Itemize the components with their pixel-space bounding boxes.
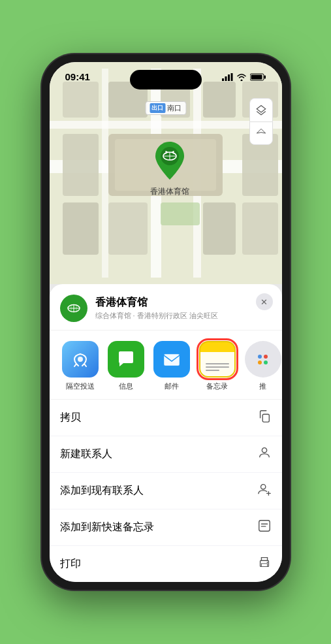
note-line-2 [206, 366, 229, 368]
svg-rect-9 [50, 121, 282, 129]
share-notes[interactable]: 备忘录 [195, 341, 240, 391]
signal-icon [222, 73, 233, 81]
venue-info: 香港体育馆 综合体育馆 · 香港特别行政区 油尖旺区 [95, 296, 272, 321]
status-time: 09:41 [65, 71, 90, 82]
action-add-contact[interactable]: 添加到现有联系人 [50, 473, 282, 509]
action-copy[interactable]: 拷贝 [50, 400, 282, 436]
copy-icon [257, 409, 272, 427]
copy-label: 拷贝 [60, 411, 81, 425]
mail-svg [161, 349, 182, 370]
share-messages[interactable]: 信息 [103, 341, 149, 391]
new-contact-label: 新建联系人 [60, 447, 112, 461]
more-label: 推 [259, 381, 266, 391]
share-mail[interactable]: 邮件 [149, 341, 195, 391]
print-label: 打印 [60, 557, 81, 571]
svg-point-45 [260, 485, 265, 489]
svg-rect-5 [264, 75, 266, 78]
svg-rect-24 [203, 202, 236, 255]
svg-rect-2 [228, 74, 230, 81]
location-arrow-icon [256, 128, 266, 138]
bottom-sheet: 香港体育馆 综合体育馆 · 香港特别行政区 油尖旺区 ✕ [50, 284, 282, 582]
dot-orange [258, 361, 262, 364]
new-contact-icon [257, 445, 272, 463]
stadium-icon [66, 300, 82, 316]
dots-row-1 [258, 355, 268, 359]
svg-rect-43 [262, 414, 269, 422]
print-icon [257, 555, 272, 573]
map-area: 出口 南口 [50, 62, 282, 284]
map-layers-button[interactable] [249, 98, 273, 121]
svg-rect-0 [222, 78, 224, 81]
airdrop-label: 隔空投送 [66, 381, 95, 391]
add-contact-icon [257, 482, 272, 500]
share-more[interactable]: 推 [240, 341, 282, 391]
close-button[interactable]: ✕ [256, 293, 273, 310]
battery-icon [250, 73, 266, 81]
svg-rect-13 [63, 82, 99, 118]
phone-frame: 09:41 [42, 54, 290, 590]
airdrop-icon [62, 341, 99, 378]
share-row: 隔空投送 信息 [50, 330, 282, 400]
marker-pin-svg [153, 140, 187, 181]
venue-name: 香港体育馆 [95, 296, 272, 310]
more-apps-icon [245, 341, 281, 378]
svg-rect-26 [161, 202, 200, 225]
svg-rect-1 [225, 76, 227, 81]
map-label-text: 南口 [167, 103, 181, 113]
action-quick-note[interactable]: 添加到新快速备忘录 [50, 509, 282, 546]
mail-label: 邮件 [165, 381, 179, 391]
svg-rect-20 [63, 134, 99, 196]
my-location-button[interactable] [249, 121, 273, 145]
dots-row-2 [258, 361, 268, 364]
quick-note-icon [257, 519, 272, 536]
airdrop-svg [71, 349, 90, 369]
svg-rect-3 [230, 73, 232, 81]
messages-icon [108, 341, 144, 378]
messages-label: 信息 [119, 381, 133, 391]
dynamic-island [130, 70, 202, 89]
notes-icon [199, 341, 236, 378]
dot-blue-1 [258, 355, 262, 359]
svg-point-40 [78, 357, 83, 362]
quick-note-label: 添加到新快速备忘录 [60, 521, 154, 534]
dot-red [264, 355, 268, 359]
dot-green [264, 361, 268, 364]
venue-icon [60, 295, 87, 322]
svg-rect-22 [63, 202, 99, 255]
svg-rect-23 [108, 202, 148, 255]
svg-point-53 [266, 562, 268, 563]
wifi-icon [236, 73, 247, 81]
map-label-nankow: 出口 南口 [145, 101, 186, 115]
venue-header: 香港体育馆 综合体育馆 · 香港特别行政区 油尖旺区 ✕ [50, 284, 282, 330]
note-line-1 [206, 363, 229, 364]
add-contact-label: 添加到现有联系人 [60, 484, 144, 498]
notes-label: 备忘录 [206, 381, 228, 391]
svg-rect-52 [261, 564, 267, 567]
venue-description: 综合体育馆 · 香港特别行政区 油尖旺区 [95, 311, 272, 321]
status-icons [222, 73, 266, 81]
svg-rect-48 [259, 521, 270, 532]
marker-label: 香港体育馆 [150, 186, 189, 197]
share-airdrop[interactable]: 隔空投送 [57, 341, 103, 391]
action-print[interactable]: 打印 [50, 546, 282, 582]
location-marker: 香港体育馆 [150, 140, 189, 197]
svg-rect-25 [242, 202, 278, 255]
note-line-3 [206, 370, 220, 371]
map-label-badge: 出口 [150, 103, 165, 113]
svg-rect-16 [203, 82, 236, 118]
svg-rect-6 [251, 74, 262, 79]
messages-svg [116, 349, 136, 370]
action-new-contact[interactable]: 新建联系人 [50, 436, 282, 473]
map-controls [249, 98, 273, 145]
svg-rect-12 [102, 69, 108, 278]
svg-rect-41 [164, 354, 180, 366]
mail-icon [153, 341, 190, 378]
notes-lines [206, 363, 229, 371]
phone-screen: 09:41 [50, 62, 282, 582]
svg-point-44 [262, 448, 266, 453]
action-list: 拷贝 新建联系人 [50, 400, 282, 582]
layers-icon [255, 105, 267, 116]
